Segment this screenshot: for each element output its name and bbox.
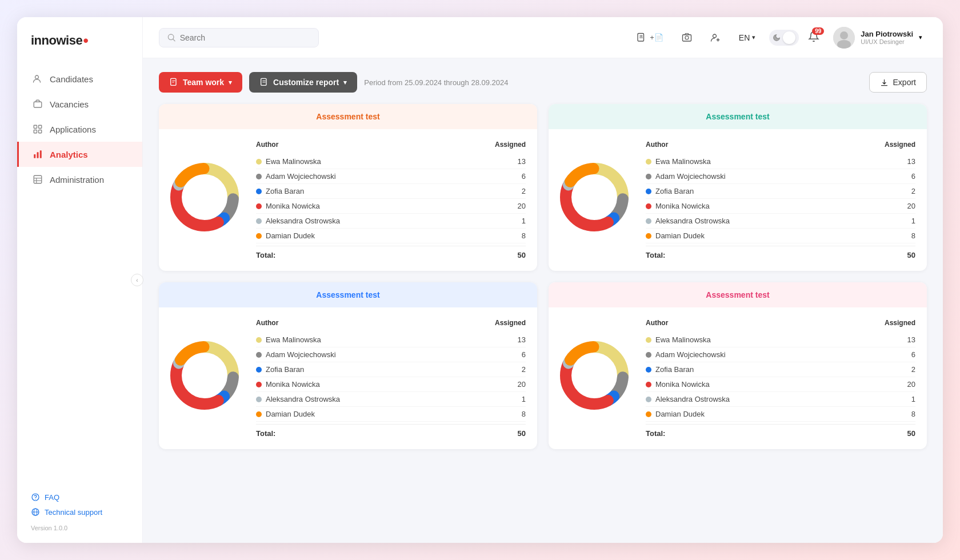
teamwork-button[interactable]: Team work ▾ bbox=[159, 72, 242, 93]
svg-rect-20 bbox=[638, 33, 644, 41]
table-row: Zofia Baran 2 bbox=[646, 184, 915, 199]
col-assigned: Assigned bbox=[495, 141, 526, 149]
footer-link-faq[interactable]: FAQ bbox=[31, 493, 129, 502]
col-assigned: Assigned bbox=[885, 141, 915, 149]
version-text: Version 1.0.0 bbox=[31, 525, 129, 531]
author-dot bbox=[646, 233, 651, 239]
table-row: Adam Wojciechowski 6 bbox=[256, 169, 526, 184]
logo-text: innowise bbox=[31, 33, 82, 48]
card-card2: Assessment test Author Assigned Ewa Mali… bbox=[549, 104, 927, 271]
card-body-card4: Author Assigned Ewa Malinowska 13 Adam W… bbox=[549, 313, 927, 438]
footer-link-support[interactable]: Technical support bbox=[31, 507, 129, 517]
svg-rect-2 bbox=[34, 125, 37, 128]
col-author: Author bbox=[646, 141, 668, 149]
donut-chart-card4 bbox=[560, 341, 634, 415]
author-name: Monika Nowicka bbox=[266, 380, 320, 389]
author-name: Adam Wojciechowski bbox=[266, 172, 336, 181]
customize-report-button[interactable]: Customize report ▾ bbox=[249, 72, 357, 93]
svg-point-14 bbox=[35, 499, 35, 499]
sidebar-collapse-button[interactable]: ‹ bbox=[131, 274, 143, 286]
col-assigned: Assigned bbox=[885, 319, 915, 327]
theme-toggle[interactable] bbox=[769, 30, 799, 46]
svg-rect-8 bbox=[40, 150, 42, 158]
author-count: 2 bbox=[911, 187, 915, 195]
author-name: Aleksandra Ostrowska bbox=[655, 395, 730, 403]
author-dot bbox=[646, 411, 651, 417]
teamwork-chevron-icon: ▾ bbox=[229, 79, 232, 86]
col-author: Author bbox=[256, 141, 278, 149]
author-count: 13 bbox=[907, 335, 915, 344]
author-name: Adam Wojciechowski bbox=[655, 350, 726, 359]
table-row: Damian Dudek 8 bbox=[646, 229, 915, 243]
author-count: 1 bbox=[522, 217, 526, 225]
card-table-card1: Author Assigned Ewa Malinowska 13 Adam W… bbox=[256, 141, 526, 259]
author-cell: Ewa Malinowska bbox=[256, 157, 321, 166]
total-row: Total: 50 bbox=[256, 424, 526, 438]
sidebar-item-label-vacancies: Vacancies bbox=[50, 99, 89, 109]
author-count: 13 bbox=[518, 335, 526, 344]
card-table-card3: Author Assigned Ewa Malinowska 13 Adam W… bbox=[256, 319, 526, 438]
table-row: Aleksandra Ostrowska 1 bbox=[256, 214, 526, 229]
author-dot bbox=[646, 218, 651, 224]
table-row: Aleksandra Ostrowska 1 bbox=[646, 392, 915, 407]
svg-rect-7 bbox=[37, 152, 39, 158]
analytics-icon bbox=[33, 149, 43, 159]
search-icon bbox=[167, 33, 175, 42]
sidebar-item-vacancies[interactable]: Vacancies bbox=[17, 91, 142, 117]
card-header-card2: Assessment test bbox=[549, 104, 927, 129]
svg-rect-35 bbox=[261, 78, 266, 85]
author-count: 8 bbox=[522, 231, 526, 240]
teamwork-label: Team work bbox=[183, 78, 224, 87]
card-table-header: Author Assigned bbox=[646, 141, 915, 151]
author-cell: Aleksandra Ostrowska bbox=[256, 217, 340, 225]
user-name: Jan Piotrowski bbox=[861, 30, 913, 38]
author-name: Aleksandra Ostrowska bbox=[655, 217, 730, 225]
author-dot bbox=[646, 352, 651, 358]
table-row: Ewa Malinowska 13 bbox=[256, 333, 526, 347]
lang-chevron-icon: ▾ bbox=[752, 34, 755, 41]
author-cell: Monika Nowicka bbox=[646, 202, 710, 210]
sidebar-item-administration[interactable]: Administration bbox=[17, 167, 142, 192]
table-row: Ewa Malinowska 13 bbox=[646, 333, 915, 347]
applications-icon bbox=[33, 124, 43, 134]
add-person-button[interactable] bbox=[706, 29, 725, 46]
svg-rect-5 bbox=[39, 130, 42, 133]
sidebar-item-candidates[interactable]: Candidates bbox=[17, 66, 142, 91]
sidebar-item-analytics[interactable]: Analytics bbox=[17, 142, 142, 167]
author-cell: Ewa Malinowska bbox=[646, 157, 711, 166]
sidebar-nav: Candidates Vacancies Applications Analyt… bbox=[17, 62, 142, 483]
author-count: 6 bbox=[522, 172, 526, 181]
author-name: Ewa Malinowska bbox=[266, 335, 321, 344]
total-label: Total: bbox=[646, 251, 665, 259]
card-header-card1: Assessment test bbox=[159, 104, 537, 129]
notifications-button[interactable]: 99 bbox=[808, 31, 819, 45]
author-name: Monika Nowicka bbox=[655, 202, 710, 210]
export-button[interactable]: Export bbox=[869, 72, 927, 93]
svg-rect-4 bbox=[34, 130, 37, 133]
table-row: Damian Dudek 8 bbox=[256, 229, 526, 243]
sidebar-item-applications[interactable]: Applications bbox=[17, 117, 142, 142]
author-dot bbox=[256, 189, 262, 194]
svg-point-25 bbox=[685, 36, 689, 39]
add-photo-button[interactable] bbox=[677, 29, 697, 46]
footer-link-label-support: Technical support bbox=[45, 508, 102, 517]
table-row: Damian Dudek 8 bbox=[646, 407, 915, 422]
card-body-card1: Author Assigned Ewa Malinowska 13 Adam W… bbox=[159, 135, 537, 259]
table-row: Ewa Malinowska 13 bbox=[646, 154, 915, 169]
author-count: 8 bbox=[522, 410, 526, 418]
add-doc-button[interactable]: +📄 bbox=[631, 29, 668, 46]
language-select[interactable]: EN ▾ bbox=[734, 31, 760, 45]
search-input[interactable] bbox=[180, 33, 310, 42]
user-profile[interactable]: Jan Piotrowski UI/UX Desinger ▾ bbox=[829, 25, 927, 51]
search-bar[interactable] bbox=[159, 28, 319, 47]
author-dot bbox=[256, 174, 262, 179]
svg-rect-1 bbox=[34, 102, 42, 107]
author-count: 8 bbox=[911, 410, 915, 418]
total-label: Total: bbox=[646, 429, 665, 438]
export-icon bbox=[880, 78, 889, 87]
author-name: Zofia Baran bbox=[655, 365, 694, 374]
table-row: Adam Wojciechowski 6 bbox=[646, 169, 915, 184]
author-cell: Adam Wojciechowski bbox=[646, 350, 726, 359]
author-count: 2 bbox=[522, 365, 526, 374]
support-icon bbox=[31, 507, 40, 517]
